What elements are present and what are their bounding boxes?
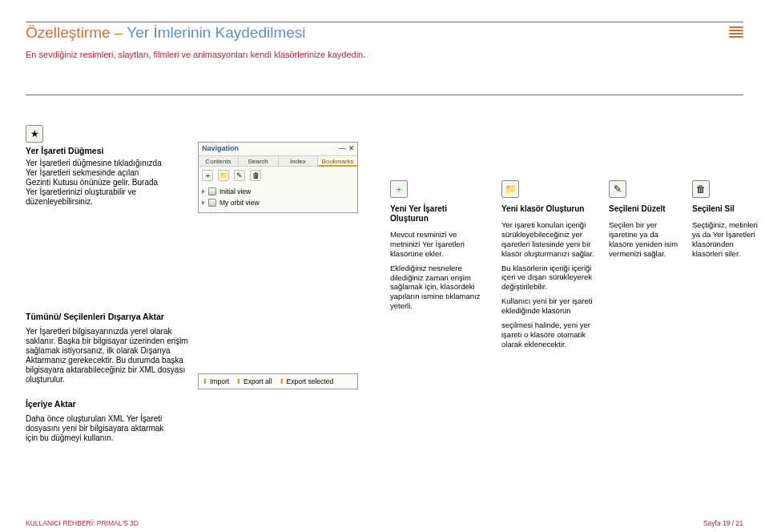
bookmark-list: Initial view My orbit view [202,186,354,208]
export-selected-button[interactable]: ⬆Export selected [279,377,334,386]
tab-contents[interactable]: Contents [199,156,239,166]
col-body: Seçtiğiniz, metinleri ya da Yer İşaretle… [692,220,763,259]
col-body: Seçilen bir yer işaretine ya da klasöre … [609,220,685,259]
list-item[interactable]: Initial view [202,186,354,197]
rule-top [26,22,743,22]
trash-icon: 🗑 [692,180,710,198]
col-edit: Seçileni Düzelt Seçilen bir yer işaretin… [609,204,685,264]
panel-title: Navigation [202,144,239,153]
folder-icon: 📁 [501,180,519,198]
item-label: Initial view [219,187,251,195]
thumb-icon [208,199,216,207]
col-body: seçilmesi halinde, yeni yer işareti o kl… [501,320,598,349]
col-heading: Yeni Yer İşareti Oluşturun [390,204,486,224]
expand-icon [202,200,205,205]
col-body: Eklediğiniz nesnelere dilediğiniz zaman … [390,264,486,311]
hamburger-icon[interactable] [729,26,743,38]
import-label: Import [210,377,229,385]
import-body: Daha önce oluşturulan XML Yer İşareti do… [26,414,166,443]
plus-icon: ＋ [390,180,408,198]
col-new-bookmark: Yeni Yer İşareti Oluşturun Mevcut resmin… [390,204,486,316]
pencil-icon: ✎ [609,180,626,198]
delete-icon[interactable]: 🗑 [250,170,261,181]
expand-icon [202,189,205,194]
tab-search[interactable]: Search [239,156,279,166]
col-delete: Seçileni Sil Seçtiğiniz, metinleri ya da… [692,204,763,264]
tab-bookmarks[interactable]: Bookmarks [318,156,357,167]
footer-page: Sayfa 19 / 21 [703,519,743,527]
col-body: Mevcut resminizi ve metninizi Yer İşaret… [390,230,486,259]
footer-left: KULLANICI REHBERİ: PRIMAL'S 3D [26,519,139,527]
close-icon[interactable]: ✕ [348,144,356,153]
col-heading: Seçileni Düzelt [609,204,685,214]
bookmark-button-body: Yer İşaretleri düğmesine tıkladığınızda … [26,159,166,207]
export-sel-label: Export selected [287,377,334,385]
export-arrow-icon: ⬆ [236,377,242,386]
star-icon: ★ [26,125,43,143]
panel-tabs: Contents Search Index Bookmarks [199,155,357,167]
import-heading: İçeriye Aktar [26,399,76,409]
thumb-icon [208,187,216,195]
bookmark-button-heading: Yer İşareti Düğmesi [26,146,103,156]
export-arrow-icon: ⬆ [279,377,285,386]
import-button[interactable]: ⬇Import [202,377,229,386]
col-body: Yer işareti konulan içeriği sürükleyebil… [501,220,598,259]
edit-icon[interactable]: ✎ [234,170,245,181]
page-subtitle: En sevdiğiniz resimleri, slaytları, film… [26,50,365,60]
col-body: Bu klasörlerin içeriği içeriği içeri ve … [501,264,598,292]
rule-bottom [26,95,743,95]
tab-index[interactable]: Index [279,156,319,166]
minimize-icon[interactable]: — [338,144,346,153]
add-bookmark-icon[interactable]: ＋ [202,170,213,181]
new-folder-icon[interactable]: 📁 [218,170,229,181]
col-heading: Seçileni Sil [692,204,763,214]
import-export-bar: ⬇Import ⬆Export all ⬆Export selected [198,373,358,389]
col-heading: Yeni klasör Oluşturun [501,204,598,214]
export-all-button[interactable]: ⬆Export all [236,377,272,386]
export-body: Yer İşaretleri bilgisayarınızda yerel ol… [26,327,190,385]
panel-toolbar: ＋ 📁 ✎ 🗑 [202,170,261,181]
export-all-label: Export all [244,377,272,385]
import-arrow-icon: ⬇ [202,377,208,386]
title-prefix: Özelleştirme – [26,24,127,41]
title-topic: Yer İmlerinin Kaydedilmesi [127,24,305,41]
navigation-panel: Navigation — ✕ Contents Search Index Boo… [198,142,358,213]
item-label: My orbit view [219,199,260,207]
list-item[interactable]: My orbit view [202,197,354,208]
col-body: Kullanıcı yeni bir yer işareti eklediğin… [501,296,598,316]
col-new-folder: Yeni klasör Oluşturun Yer işareti konula… [501,204,598,354]
export-heading: Tümünü/ Seçilenleri Dışarıya Aktar [26,312,164,322]
page-title: Özelleştirme – Yer İmlerinin Kaydedilmes… [26,24,306,42]
